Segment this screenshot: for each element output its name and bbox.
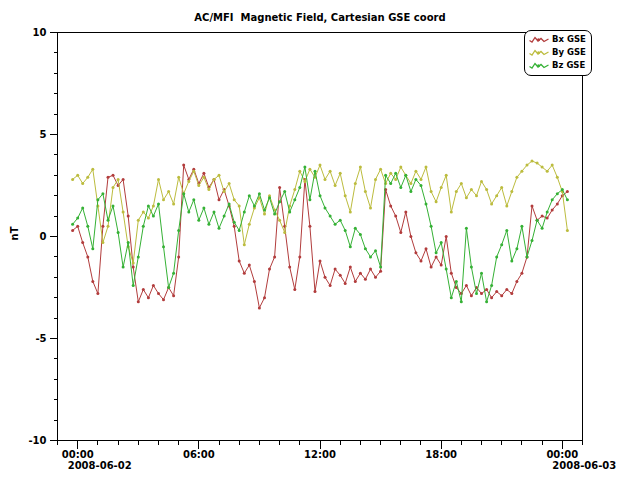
legend-line-sample-bz-icon: [529, 61, 549, 70]
legend-item-by: By GSE: [529, 46, 586, 59]
x-axis-tick-labels: 00:0006:0012:0018:0000:002008-06-022008-…: [62, 449, 617, 471]
legend-item-bz: Bz GSE: [529, 59, 586, 72]
svg-text:00:00: 00:00: [62, 449, 94, 460]
legend-item-bx: Bx GSE: [529, 33, 586, 46]
svg-text:0: 0: [40, 231, 47, 242]
legend-line-sample-by-icon: [529, 48, 549, 57]
series-bx-gse: [71, 164, 569, 310]
svg-text:18:00: 18:00: [425, 449, 457, 460]
svg-text:10: 10: [33, 27, 47, 38]
svg-text:06:00: 06:00: [183, 449, 215, 460]
svg-text:12:00: 12:00: [304, 449, 336, 460]
svg-text:2008-06-03: 2008-06-03: [552, 460, 616, 471]
svg-text:00:00: 00:00: [546, 449, 578, 460]
svg-text:2008-06-02: 2008-06-02: [68, 460, 132, 471]
legend-line-sample-bx-icon: [529, 35, 549, 44]
legend-label-by: By GSE: [552, 48, 586, 57]
legend: Bx GSE By GSE Bz GSE: [524, 30, 592, 76]
legend-label-bz: Bz GSE: [552, 61, 585, 70]
x-axis-ticks: [58, 441, 583, 449]
svg-text:5: 5: [40, 129, 47, 140]
y-axis-tick-labels: 1050-5-10: [28, 27, 46, 446]
series-bz-gse: [71, 166, 569, 304]
chart-figure: AC/MFI Magnetic Field, Cartesian GSE coo…: [0, 0, 640, 480]
y-axis-ticks: [50, 33, 58, 441]
svg-text:-10: -10: [28, 435, 46, 446]
svg-text:-5: -5: [35, 333, 46, 344]
series-by-gse: [71, 160, 569, 265]
legend-label-bx: Bx GSE: [552, 35, 586, 44]
